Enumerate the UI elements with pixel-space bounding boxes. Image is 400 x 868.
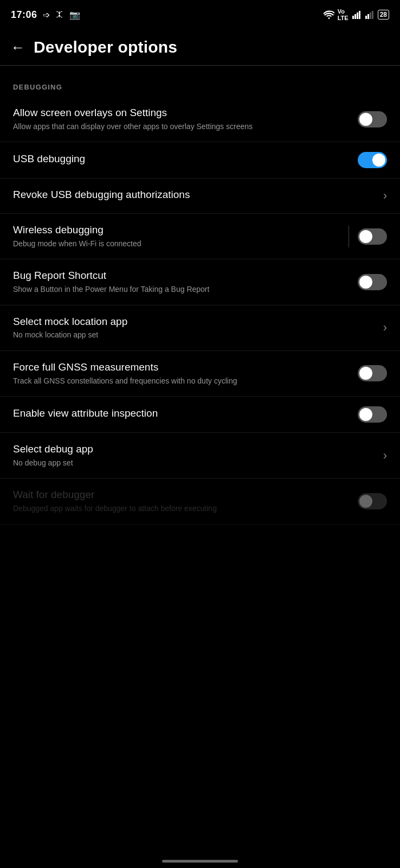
settings-item-usb-debugging[interactable]: USB debugging <box>0 142 400 178</box>
settings-item-revoke-usb[interactable]: Revoke USB debugging authorizations› <box>0 178 400 214</box>
battery-icon: 28 <box>378 10 389 20</box>
settings-item-screen-overlays[interactable]: Allow screen overlays on SettingsAllow a… <box>0 97 400 142</box>
bluetooth-icon: ⯰ <box>55 10 64 20</box>
settings-content: DEBUGGINGAllow screen overlays on Settin… <box>0 74 400 525</box>
header-divider <box>0 65 400 66</box>
item-title-usb-debugging: USB debugging <box>13 152 349 166</box>
item-subtitle-screen-overlays: Allow apps that can display over other a… <box>13 122 349 132</box>
item-text-bug-report: Bug Report ShortcutShow a Button in the … <box>13 269 358 295</box>
svg-rect-0 <box>352 16 354 19</box>
item-subtitle-bug-report: Show a Button in the Power Menu for Taki… <box>13 284 349 295</box>
item-subtitle-select-debug-app: No debug app set <box>13 458 375 469</box>
item-subtitle-gnss: Track all GNSS constellations and freque… <box>13 376 349 387</box>
settings-item-select-debug-app[interactable]: Select debug appNo debug app set› <box>0 433 400 478</box>
page-title: Developer options <box>34 38 177 56</box>
toggle-thumb-screen-overlays <box>359 113 372 126</box>
signal2-icon <box>365 10 375 19</box>
toggle-view-attribute[interactable] <box>358 406 387 423</box>
toggle-thumb-view-attribute <box>359 408 372 421</box>
toggle-usb-debugging[interactable] <box>358 152 387 168</box>
svg-rect-1 <box>354 14 356 19</box>
item-text-select-debug-app: Select debug appNo debug app set <box>13 443 383 468</box>
settings-item-wait-debugger[interactable]: Wait for debuggerDebugged app waits for … <box>0 478 400 524</box>
chevron-icon-mock-location: › <box>383 321 387 335</box>
item-title-gnss: Force full GNSS measurements <box>13 361 349 374</box>
toggle-thumb-wait-debugger <box>359 495 372 508</box>
item-text-wait-debugger: Wait for debuggerDebugged app waits for … <box>13 488 358 514</box>
svg-rect-4 <box>365 16 367 19</box>
svg-rect-5 <box>367 14 369 19</box>
whatsapp-icon: ➩ <box>43 10 50 20</box>
battery-level: 28 <box>380 11 387 18</box>
camera-icon: 📷 <box>69 10 80 20</box>
svg-rect-3 <box>359 11 360 19</box>
svg-rect-6 <box>370 12 371 19</box>
item-text-screen-overlays: Allow screen overlays on SettingsAllow a… <box>13 106 358 132</box>
wifi-icon <box>324 10 334 19</box>
item-title-view-attribute: Enable view attribute inspection <box>13 407 349 420</box>
chevron-icon-revoke-usb: › <box>383 189 387 203</box>
status-bar: 17:06 ➩ ⯰ 📷 VoLTE 28 <box>0 0 400 27</box>
item-title-mock-location: Select mock location app <box>13 315 375 329</box>
vertical-separator <box>349 226 349 247</box>
back-button[interactable]: ← <box>11 40 25 54</box>
status-right: VoLTE 28 <box>324 8 389 21</box>
svg-rect-7 <box>372 11 373 19</box>
item-title-bug-report: Bug Report Shortcut <box>13 269 349 283</box>
item-subtitle-wait-debugger: Debugged app waits for debugger to attac… <box>13 503 349 514</box>
item-text-revoke-usb: Revoke USB debugging authorizations <box>13 188 383 203</box>
item-text-usb-debugging: USB debugging <box>13 152 358 168</box>
settings-item-gnss[interactable]: Force full GNSS measurementsTrack all GN… <box>0 351 400 397</box>
item-subtitle-mock-location: No mock location app set <box>13 330 375 341</box>
toggle-thumb-wireless-debugging <box>359 230 372 243</box>
svg-rect-2 <box>357 12 358 19</box>
bottom-nav-indicator <box>162 860 238 863</box>
item-title-wireless-debugging: Wireless debugging <box>13 224 340 237</box>
section-label-debugging: DEBUGGING <box>0 74 400 97</box>
item-title-select-debug-app: Select debug app <box>13 443 375 456</box>
item-text-gnss: Force full GNSS measurementsTrack all GN… <box>13 361 358 386</box>
item-text-mock-location: Select mock location appNo mock location… <box>13 315 383 341</box>
status-time: 17:06 <box>11 9 37 21</box>
item-title-wait-debugger: Wait for debugger <box>13 488 349 502</box>
settings-item-bug-report[interactable]: Bug Report ShortcutShow a Button in the … <box>0 259 400 305</box>
item-text-wireless-debugging: Wireless debuggingDebug mode when Wi-Fi … <box>13 224 349 249</box>
settings-item-mock-location[interactable]: Select mock location appNo mock location… <box>0 305 400 351</box>
toggle-wait-debugger[interactable] <box>358 493 387 509</box>
toggle-thumb-bug-report <box>359 276 372 289</box>
settings-item-view-attribute[interactable]: Enable view attribute inspection <box>0 397 400 433</box>
chevron-icon-select-debug-app: › <box>383 449 387 463</box>
toggle-gnss[interactable] <box>358 365 387 381</box>
signal1-icon <box>352 10 362 19</box>
item-title-revoke-usb: Revoke USB debugging authorizations <box>13 188 375 202</box>
header: ← Developer options <box>0 27 400 65</box>
item-title-screen-overlays: Allow screen overlays on Settings <box>13 106 349 120</box>
item-text-view-attribute: Enable view attribute inspection <box>13 407 358 422</box>
toggle-bug-report[interactable] <box>358 274 387 290</box>
settings-item-wireless-debugging[interactable]: Wireless debuggingDebug mode when Wi-Fi … <box>0 214 400 259</box>
item-subtitle-wireless-debugging: Debug mode when Wi-Fi is connected <box>13 239 340 250</box>
toggle-wireless-debugging[interactable] <box>358 228 387 245</box>
volte-icon: VoLTE <box>338 8 349 21</box>
status-left: 17:06 ➩ ⯰ 📷 <box>11 9 80 21</box>
toggle-screen-overlays[interactable] <box>358 111 387 127</box>
